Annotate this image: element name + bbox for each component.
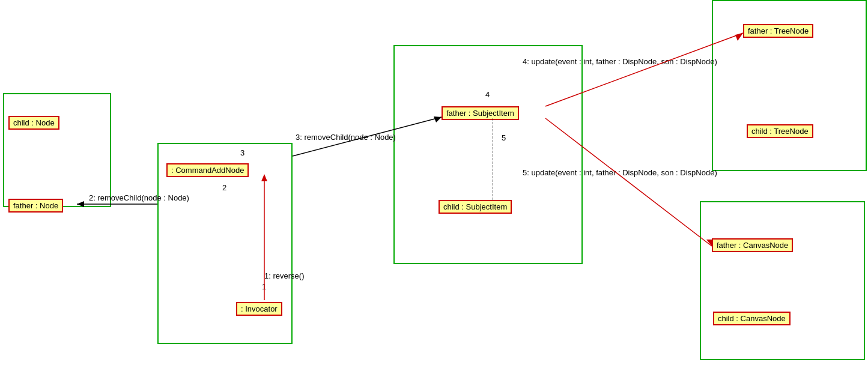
canvas-node-box bbox=[700, 201, 865, 360]
subject-item-box bbox=[393, 45, 583, 264]
seq4: 4 bbox=[485, 90, 490, 99]
child-node-label: child : Node bbox=[8, 116, 59, 130]
msg5-label: 5: update(event : int, father : DispNode… bbox=[523, 168, 717, 177]
seq3: 3 bbox=[240, 148, 244, 157]
child-canvas-node-label: child : CanvasNode bbox=[713, 312, 791, 325]
msg1-label: 1: reverse() bbox=[264, 271, 304, 280]
msg4-label: 4: update(event : int, father : DispNode… bbox=[523, 57, 717, 66]
father-node-label: father : Node bbox=[8, 199, 63, 213]
seq2: 2 bbox=[222, 183, 226, 192]
father-tree-node-label: father : TreeNode bbox=[743, 24, 813, 38]
command-add-node-label: : CommandAddNode bbox=[166, 163, 249, 177]
seq1: 1 bbox=[262, 282, 266, 291]
msg2-label: 2: removeChild(node : Node) bbox=[89, 193, 189, 202]
child-subject-item-label: child : SubjectItem bbox=[439, 200, 512, 214]
seq5: 5 bbox=[502, 133, 506, 142]
child-node-box bbox=[3, 93, 111, 207]
father-subject-item-label: father : SubjectItem bbox=[442, 106, 519, 120]
msg3-label: 3: removeChild(node : Node) bbox=[296, 133, 396, 142]
father-canvas-node-label: father : CanvasNode bbox=[712, 238, 793, 252]
invocator-label: : Invocator bbox=[236, 302, 282, 316]
child-tree-node-label: child : TreeNode bbox=[747, 124, 813, 138]
